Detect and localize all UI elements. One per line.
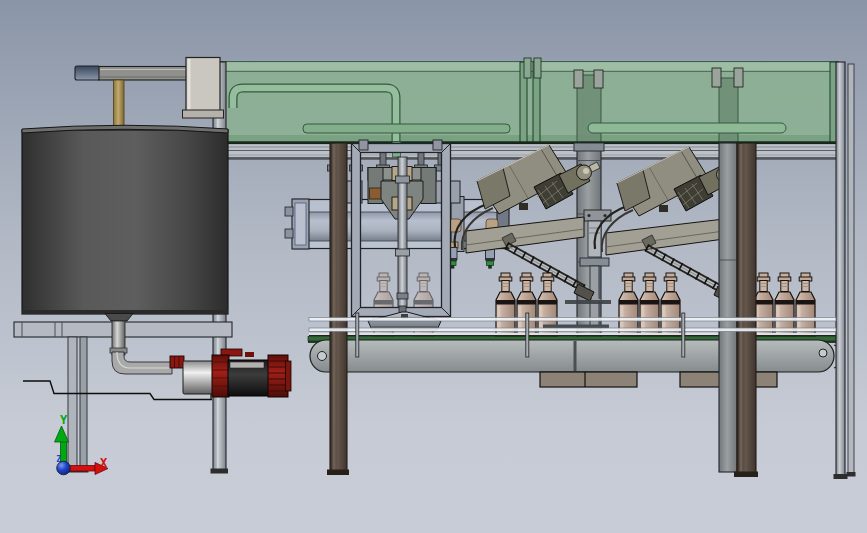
pump-housing bbox=[183, 361, 214, 394]
divider-clamp bbox=[524, 58, 531, 78]
overhead-green-tank[interactable] bbox=[215, 58, 838, 143]
guide-rail-upper bbox=[309, 318, 836, 322]
mount-highlight bbox=[188, 59, 191, 111]
post-foot-2 bbox=[734, 472, 758, 478]
agitator-motor-mount bbox=[186, 58, 220, 113]
post-foot bbox=[327, 470, 349, 476]
head-copper-block bbox=[370, 188, 382, 199]
chute-support-plate bbox=[565, 300, 611, 304]
leg-foot-3 bbox=[847, 472, 856, 477]
leg-foot-2 bbox=[834, 474, 848, 479]
leg-foot bbox=[211, 469, 229, 474]
guide-pin-3 bbox=[682, 313, 685, 357]
pump-flange bbox=[212, 355, 229, 397]
agitator-arm-cap bbox=[75, 66, 100, 80]
rail-tab bbox=[285, 207, 293, 216]
origin-ball bbox=[57, 461, 71, 475]
mixing-tank[interactable] bbox=[22, 125, 228, 314]
right-frame-leg-outer[interactable] bbox=[847, 64, 856, 477]
column-flange bbox=[580, 258, 609, 266]
roller-hole-left bbox=[318, 352, 327, 361]
column-clamp-2 bbox=[594, 70, 603, 88]
mount-flange bbox=[183, 110, 224, 118]
column-clamp bbox=[574, 70, 583, 88]
support-block bbox=[540, 372, 637, 387]
right-gray-column[interactable] bbox=[719, 143, 737, 472]
motor-label bbox=[230, 362, 264, 368]
filler-rod[interactable] bbox=[396, 157, 410, 315]
pump-inlet bbox=[170, 356, 184, 368]
pump-top-fitting-2 bbox=[245, 352, 254, 357]
green-bar-right bbox=[588, 123, 786, 133]
guide-pin-2 bbox=[526, 313, 529, 357]
right-frame-leg[interactable] bbox=[834, 62, 848, 479]
agitator-shaft bbox=[114, 80, 125, 129]
stand-leg bbox=[68, 337, 77, 469]
column-clamp-3 bbox=[712, 68, 721, 87]
agitator-arm bbox=[99, 67, 188, 81]
rail-tab-2 bbox=[285, 229, 293, 238]
stand-leg-2 bbox=[80, 337, 87, 469]
guide-rail-lower bbox=[309, 328, 836, 332]
x-axis-label: X bbox=[100, 456, 108, 470]
guide-pin bbox=[356, 313, 359, 357]
bottle-group-3 bbox=[754, 273, 815, 337]
frame-hanger-2 bbox=[433, 140, 442, 150]
conveyor-seam bbox=[574, 341, 577, 372]
belt-top-rail bbox=[309, 333, 836, 335]
brown-post-left[interactable] bbox=[327, 143, 349, 475]
divider-clamp-2 bbox=[534, 58, 541, 78]
frame-hanger bbox=[359, 140, 368, 150]
roller-hole-right bbox=[819, 349, 827, 357]
column-clamp-4 bbox=[734, 68, 743, 87]
green-bar-left bbox=[303, 124, 510, 133]
y-axis-label: Y bbox=[60, 413, 68, 427]
bottle-group-2 bbox=[619, 273, 680, 337]
brown-post-right[interactable] bbox=[734, 143, 758, 477]
cad-viewport: Z Y X bbox=[0, 0, 867, 533]
